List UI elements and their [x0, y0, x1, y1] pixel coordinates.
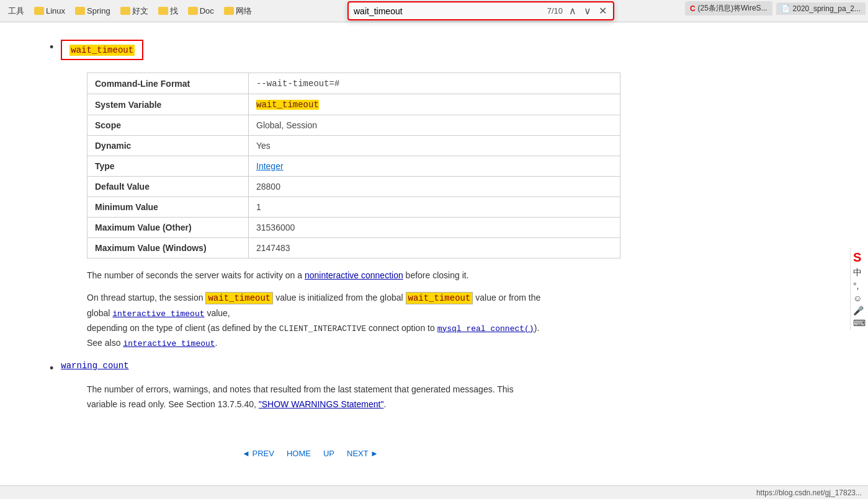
keyboard-icon[interactable]: ⌨	[853, 318, 866, 328]
emoji-icon[interactable]: ☺	[853, 293, 866, 303]
bullet-dot-1: •	[50, 41, 53, 54]
info-table: Command-Line Format --wait-timeout=# Sys…	[87, 73, 620, 258]
toolbar-doc[interactable]: Doc	[185, 5, 217, 17]
next-button[interactable]: NEXT ►	[347, 449, 378, 458]
sogou-icon[interactable]: S	[853, 250, 866, 265]
table-row: Type Integer	[87, 156, 620, 177]
table-label-scope: Scope	[87, 115, 249, 136]
toolbar-linux[interactable]: Linux	[31, 5, 68, 17]
table-value-default: 28800	[249, 177, 620, 197]
find-close-button[interactable]: ✕	[597, 5, 608, 17]
paragraph-3: The number of errors, warnings, and note…	[87, 382, 546, 412]
tab2-label: 2020_spring_pa_2...	[793, 4, 861, 13]
table-value-max-windows: 2147483	[249, 238, 620, 258]
tab1-icon: C	[690, 4, 696, 13]
folder-icon	[188, 7, 198, 15]
table-value-max-other: 31536000	[249, 218, 620, 238]
find-bar: 7/10 ∧ ∨ ✕	[347, 1, 614, 20]
folder-icon	[120, 7, 130, 15]
punctuation-icon[interactable]: °,	[853, 281, 866, 291]
mic-icon[interactable]: 🎤	[853, 306, 866, 316]
paragraph-1: The number of seconds the server waits f…	[87, 268, 546, 283]
side-icons: S 中 °, ☺ 🎤 ⌨	[850, 248, 868, 330]
client-interactive-code: CLIENT_INTERACTIVE	[279, 324, 366, 333]
tab2-icon: 📄	[781, 4, 790, 13]
table-label-dynamic: Dynamic	[87, 136, 249, 156]
table-value-cmdformat: --wait-timeout=#	[249, 73, 620, 94]
mysql-real-connect-link[interactable]: mysql_real_connect()	[437, 324, 534, 333]
browser-tab-1[interactable]: C (25条消息)将WireS...	[685, 1, 772, 15]
noninteractive-link[interactable]: noninteractive connection	[305, 270, 403, 280]
table-row: Maximum Value (Other) 31536000	[87, 218, 620, 238]
table-label-default: Default Value	[87, 177, 249, 197]
table-label-max-other: Maximum Value (Other)	[87, 218, 249, 238]
interactive-timeout-link-2[interactable]: interactive_timeout	[123, 339, 215, 348]
table-label-min: Minimum Value	[87, 197, 249, 218]
find-count: 7/10	[547, 6, 563, 15]
toolbar-haowen[interactable]: 好文	[117, 4, 151, 18]
folder-icon	[75, 7, 85, 15]
show-warnings-link[interactable]: "SHOW WARNINGS Statement"	[259, 399, 384, 409]
table-label-type: Type	[87, 156, 249, 177]
bottom-nav: ◄ PREV HOME UP NEXT ►	[37, 436, 583, 470]
table-value-sysvar: wait_timeout	[249, 94, 620, 115]
table-value-type: Integer	[249, 156, 620, 177]
paragraph-2: On thread startup, the session wait_time…	[87, 291, 546, 351]
table-row: Dynamic Yes	[87, 136, 620, 156]
home-button[interactable]: HOME	[287, 449, 311, 458]
find-input[interactable]	[354, 6, 542, 16]
table-label-max-windows: Maximum Value (Windows)	[87, 238, 249, 258]
warning-count-link[interactable]: warning_count	[61, 361, 128, 371]
folder-icon	[224, 7, 234, 15]
interactive-timeout-link-1[interactable]: interactive_timeout	[112, 309, 204, 319]
table-row: System Variable wait_timeout	[87, 94, 620, 115]
up-button[interactable]: UP	[323, 449, 334, 458]
folder-icon	[34, 7, 44, 15]
table-value-scope: Global, Session	[249, 115, 620, 136]
folder-icon	[158, 7, 168, 15]
page-content: • wait_timeout Command-Line Format --wai…	[0, 22, 620, 483]
prev-button[interactable]: ◄ PREV	[242, 449, 274, 458]
wait-timeout-highlight-1: wait_timeout	[205, 292, 273, 304]
wait-timeout-label: wait_timeout	[69, 45, 135, 56]
bullet-item-warning-count: • warning_count	[50, 361, 583, 375]
bullet-dot-2: •	[50, 362, 53, 375]
table-label-cmdformat: Command-Line Format	[87, 73, 249, 94]
tab1-label: (25条消息)将WireS...	[698, 3, 767, 14]
table-row: Command-Line Format --wait-timeout=#	[87, 73, 620, 94]
table-row: Default Value 28800	[87, 177, 620, 197]
toolbar-tool[interactable]: 工具	[5, 4, 27, 18]
table-value-min: 1	[249, 197, 620, 218]
toolbar-find[interactable]: 找	[155, 4, 181, 18]
table-value-dynamic: Yes	[249, 136, 620, 156]
find-next-button[interactable]: ∨	[583, 5, 593, 17]
bullet-item-wait-timeout: • wait_timeout	[50, 40, 583, 60]
table-row: Scope Global, Session	[87, 115, 620, 136]
browser-right: C (25条消息)将WireS... 📄 2020_spring_pa_2...	[685, 1, 866, 15]
browser-tab-2[interactable]: 📄 2020_spring_pa_2...	[776, 2, 866, 15]
wait-timeout-highlight-2: wait_timeout	[406, 292, 473, 304]
chinese-icon[interactable]: 中	[853, 267, 866, 278]
table-label-sysvar: System Variable	[87, 94, 249, 115]
table-row: Maximum Value (Windows) 2147483	[87, 238, 620, 258]
wait-timeout-box: wait_timeout	[61, 40, 143, 60]
table-row: Minimum Value 1	[87, 197, 620, 218]
toolbar-network[interactable]: 网络	[221, 4, 255, 18]
find-prev-button[interactable]: ∧	[568, 5, 578, 17]
toolbar-spring[interactable]: Spring	[72, 5, 114, 17]
